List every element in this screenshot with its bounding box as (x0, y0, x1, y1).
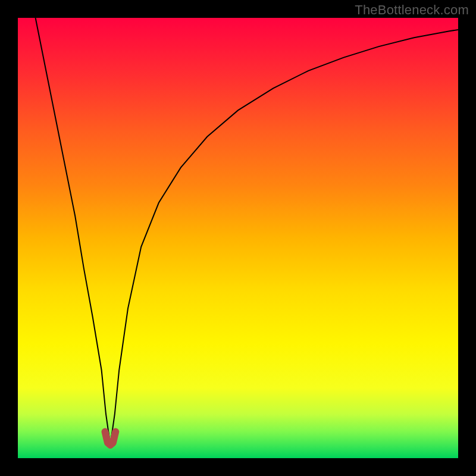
chart-stage: TheBottleneck.com (0, 0, 476, 476)
chart-svg (0, 0, 476, 476)
gradient-background (18, 18, 458, 458)
attribution-text: TheBottleneck.com (355, 2, 469, 18)
